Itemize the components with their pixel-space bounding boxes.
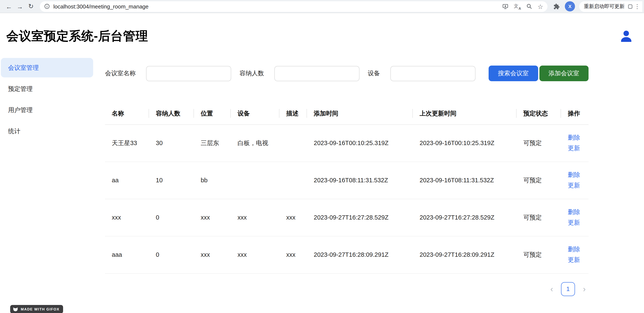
delete-link[interactable]: 删除 [568,207,585,217]
sidebar-item-users[interactable]: 用户管理 [1,100,93,120]
browser-menu-icon[interactable]: ⋮ [633,3,642,10]
cell-created-at: 2023-09-16T00:10:25.319Z [307,124,413,162]
update-link[interactable]: 更新 [568,217,585,228]
cell-updated-at: 2023-09-16T00:10:25.319Z [413,124,516,162]
table-row: aa 10 bb 2023-09-16T08:11:31.532Z 2023-0… [105,162,588,199]
next-page-icon[interactable]: › [580,285,588,293]
room-name-label: 会议室名称 [105,69,136,77]
delete-link[interactable]: 删除 [568,244,585,255]
update-link[interactable]: 更新 [568,255,585,265]
cell-name: aaa [105,236,149,273]
table-row: 天王星33 30 三层东 白板，电视 2023-09-16T00:10:25.3… [105,124,588,162]
equipment-input[interactable] [390,66,475,81]
cell-created-at: 2023-09-27T16:27:28.529Z [307,199,413,236]
app-window: ← → ↻ localhost:3004/meeting_room_manage… [0,0,644,313]
cell-name: 天王星33 [105,124,149,162]
capacity-input[interactable] [274,66,359,81]
sidebar-item-label: 用户管理 [8,106,32,114]
cell-status: 可预定 [516,199,561,236]
col-status: 预定状态 [516,103,561,124]
cell-description [280,124,307,162]
add-room-button[interactable]: 添加会议室 [539,65,588,81]
cell-updated-at: 2023-09-27T16:28:09.291Z [413,236,516,273]
page-header: 会议室预定系统-后台管理 [0,13,644,55]
user-account-icon[interactable] [618,29,634,44]
prev-page-icon[interactable]: ‹ [548,285,556,293]
update-mini-icon [628,3,633,9]
capacity-label: 容纳人数 [240,69,264,77]
cell-location: bb [194,162,231,199]
room-name-input[interactable] [146,66,231,81]
cell-description: xxx [280,199,307,236]
col-actions: 操作 [561,103,588,124]
cell-location: xxx [194,199,231,236]
address-bar[interactable]: localhost:3004/meeting_room_manage 文 A ☆ [40,1,548,12]
cell-capacity: 0 [149,199,194,236]
col-name: 名称 [105,103,149,124]
page-title: 会议室预定系统-后台管理 [6,28,148,45]
cell-status: 可预定 [516,162,561,199]
reload-icon[interactable]: ↻ [26,1,36,12]
equipment-label: 设备 [368,69,380,77]
cell-equipment: xxx [231,199,280,236]
col-equipment: 设备 [231,103,280,124]
cell-created-at: 2023-09-27T16:28:09.291Z [307,236,413,273]
table-row: aaa 0 xxx xxx xxx 2023-09-27T16:28:09.29… [105,236,588,273]
zoom-icon[interactable] [526,3,532,9]
browser-toolbar: ← → ↻ localhost:3004/meeting_room_manage… [0,0,644,13]
browser-update-button[interactable]: 重新启动即可更新 ⋮ [579,1,642,12]
col-capacity: 容纳人数 [149,103,194,124]
install-icon[interactable] [502,3,508,9]
search-form: 会议室名称 容纳人数 设备 搜索会议室 添加会议室 [105,65,588,81]
sidebar-item-label: 统计 [8,127,20,135]
bookmark-star-icon[interactable]: ☆ [538,3,543,9]
gifox-watermark-label: MADE WITH GIFOX [21,307,60,311]
sidebar-item-meeting-rooms[interactable]: 会议室管理 [1,58,93,77]
delete-link[interactable]: 删除 [568,132,585,143]
update-button-label: 重新启动即可更新 [584,3,624,10]
extensions-icon[interactable] [554,3,560,9]
page-body: 会议室管理 预定管理 用户管理 统计 会议室名称 容纳人数 设备 [0,55,644,296]
browser-profile-avatar[interactable]: X [565,1,575,11]
sidebar-item-bookings[interactable]: 预定管理 [1,79,93,99]
sidebar-item-statistics[interactable]: 统计 [1,121,93,141]
translate-icon[interactable]: 文 A [514,3,520,10]
cell-name: aa [105,162,149,199]
search-buttons: 搜索会议室 添加会议室 [488,65,588,81]
cell-status: 可预定 [516,236,561,273]
col-location: 位置 [194,103,231,124]
update-link[interactable]: 更新 [568,180,585,191]
gifox-watermark: MADE WITH GIFOX [10,305,63,313]
url-text[interactable]: localhost:3004/meeting_room_manage [53,3,498,9]
sidebar-item-label: 会议室管理 [8,64,39,72]
cell-actions: 删除 更新 [561,124,588,162]
cell-equipment: xxx [231,236,280,273]
page-number-1[interactable]: 1 [561,282,575,296]
cell-location: xxx [194,236,231,273]
cell-created-at: 2023-09-16T08:11:31.532Z [307,162,413,199]
main-content: 会议室名称 容纳人数 设备 搜索会议室 添加会议室 [93,55,644,296]
col-description: 描述 [280,103,307,124]
cell-equipment: 白板，电视 [231,124,280,162]
omnibox-actions: 文 A ☆ [502,3,543,10]
cell-capacity: 10 [149,162,194,199]
sidebar-item-label: 预定管理 [8,85,32,93]
table-row: xxx 0 xxx xxx xxx 2023-09-27T16:27:28.52… [105,199,588,236]
pagination: ‹ 1 › [105,282,588,296]
search-rooms-button[interactable]: 搜索会议室 [488,65,538,81]
update-link[interactable]: 更新 [568,143,585,154]
cell-actions: 删除 更新 [561,236,588,273]
delete-link[interactable]: 删除 [568,170,585,180]
forward-icon[interactable]: → [14,1,26,12]
cell-equipment [231,162,280,199]
cell-description: xxx [280,236,307,273]
cell-description [280,162,307,199]
cell-actions: 删除 更新 [561,162,588,199]
cell-capacity: 30 [149,124,194,162]
back-icon[interactable]: ← [4,1,14,12]
page-info-icon[interactable] [44,3,50,9]
sidebar-nav: 会议室管理 预定管理 用户管理 统计 [0,55,93,143]
gifox-cat-icon [13,307,18,312]
cell-capacity: 0 [149,236,194,273]
cell-updated-at: 2023-09-27T16:27:28.529Z [413,199,516,236]
